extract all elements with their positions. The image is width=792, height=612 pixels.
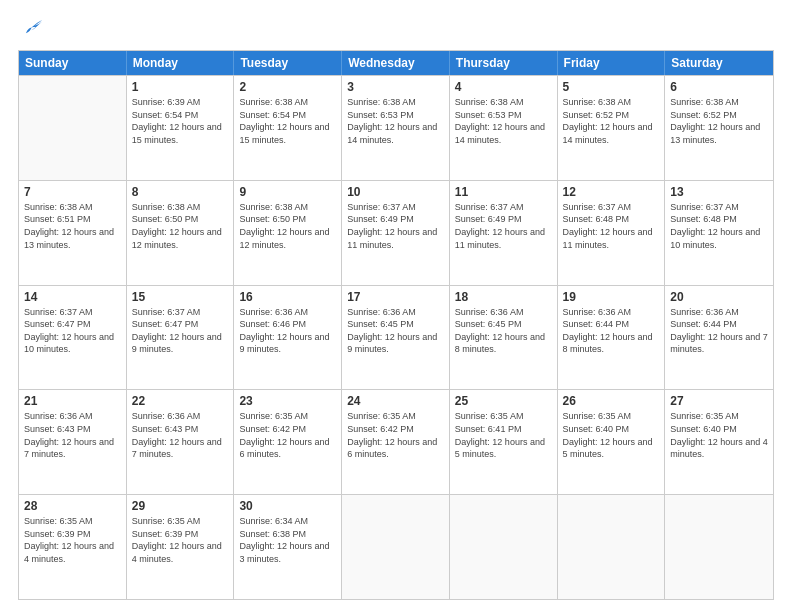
day-info: Sunrise: 6:39 AMSunset: 6:54 PMDaylight:… xyxy=(132,96,229,146)
calendar-header-cell-monday: Monday xyxy=(127,51,235,75)
day-info: Sunrise: 6:35 AMSunset: 6:39 PMDaylight:… xyxy=(24,515,121,565)
day-info: Sunrise: 6:35 AMSunset: 6:41 PMDaylight:… xyxy=(455,410,552,460)
day-number: 25 xyxy=(455,394,552,408)
day-info: Sunrise: 6:36 AMSunset: 6:45 PMDaylight:… xyxy=(455,306,552,356)
calendar-cell: 29Sunrise: 6:35 AMSunset: 6:39 PMDayligh… xyxy=(127,495,235,599)
calendar-cell: 10Sunrise: 6:37 AMSunset: 6:49 PMDayligh… xyxy=(342,181,450,285)
calendar-cell: 26Sunrise: 6:35 AMSunset: 6:40 PMDayligh… xyxy=(558,390,666,494)
calendar-cell: 9Sunrise: 6:38 AMSunset: 6:50 PMDaylight… xyxy=(234,181,342,285)
calendar-cell: 22Sunrise: 6:36 AMSunset: 6:43 PMDayligh… xyxy=(127,390,235,494)
calendar-cell: 2Sunrise: 6:38 AMSunset: 6:54 PMDaylight… xyxy=(234,76,342,180)
day-info: Sunrise: 6:38 AMSunset: 6:53 PMDaylight:… xyxy=(455,96,552,146)
calendar: SundayMondayTuesdayWednesdayThursdayFrid… xyxy=(18,50,774,600)
logo xyxy=(18,20,42,42)
day-number: 20 xyxy=(670,290,768,304)
calendar-week-row-2: 7Sunrise: 6:38 AMSunset: 6:51 PMDaylight… xyxy=(19,180,773,285)
calendar-cell: 19Sunrise: 6:36 AMSunset: 6:44 PMDayligh… xyxy=(558,286,666,390)
day-info: Sunrise: 6:35 AMSunset: 6:42 PMDaylight:… xyxy=(239,410,336,460)
day-number: 18 xyxy=(455,290,552,304)
day-number: 11 xyxy=(455,185,552,199)
day-info: Sunrise: 6:35 AMSunset: 6:40 PMDaylight:… xyxy=(670,410,768,460)
calendar-header-cell-friday: Friday xyxy=(558,51,666,75)
calendar-cell: 30Sunrise: 6:34 AMSunset: 6:38 PMDayligh… xyxy=(234,495,342,599)
day-number: 27 xyxy=(670,394,768,408)
day-number: 30 xyxy=(239,499,336,513)
day-number: 2 xyxy=(239,80,336,94)
calendar-cell: 7Sunrise: 6:38 AMSunset: 6:51 PMDaylight… xyxy=(19,181,127,285)
day-info: Sunrise: 6:37 AMSunset: 6:49 PMDaylight:… xyxy=(455,201,552,251)
day-number: 14 xyxy=(24,290,121,304)
calendar-cell: 28Sunrise: 6:35 AMSunset: 6:39 PMDayligh… xyxy=(19,495,127,599)
day-number: 12 xyxy=(563,185,660,199)
calendar-cell: 17Sunrise: 6:36 AMSunset: 6:45 PMDayligh… xyxy=(342,286,450,390)
day-number: 13 xyxy=(670,185,768,199)
day-number: 24 xyxy=(347,394,444,408)
day-number: 15 xyxy=(132,290,229,304)
day-info: Sunrise: 6:35 AMSunset: 6:42 PMDaylight:… xyxy=(347,410,444,460)
calendar-cell: 21Sunrise: 6:36 AMSunset: 6:43 PMDayligh… xyxy=(19,390,127,494)
header xyxy=(18,16,774,42)
day-number: 9 xyxy=(239,185,336,199)
day-number: 26 xyxy=(563,394,660,408)
day-info: Sunrise: 6:36 AMSunset: 6:44 PMDaylight:… xyxy=(563,306,660,356)
calendar-cell: 5Sunrise: 6:38 AMSunset: 6:52 PMDaylight… xyxy=(558,76,666,180)
calendar-header-cell-wednesday: Wednesday xyxy=(342,51,450,75)
day-info: Sunrise: 6:35 AMSunset: 6:39 PMDaylight:… xyxy=(132,515,229,565)
calendar-header-cell-saturday: Saturday xyxy=(665,51,773,75)
calendar-cell: 1Sunrise: 6:39 AMSunset: 6:54 PMDaylight… xyxy=(127,76,235,180)
day-number: 7 xyxy=(24,185,121,199)
calendar-header-cell-sunday: Sunday xyxy=(19,51,127,75)
day-number: 22 xyxy=(132,394,229,408)
calendar-cell xyxy=(558,495,666,599)
day-number: 8 xyxy=(132,185,229,199)
calendar-cell xyxy=(450,495,558,599)
day-info: Sunrise: 6:38 AMSunset: 6:53 PMDaylight:… xyxy=(347,96,444,146)
day-info: Sunrise: 6:38 AMSunset: 6:50 PMDaylight:… xyxy=(239,201,336,251)
day-number: 3 xyxy=(347,80,444,94)
day-number: 16 xyxy=(239,290,336,304)
day-info: Sunrise: 6:38 AMSunset: 6:52 PMDaylight:… xyxy=(670,96,768,146)
calendar-header-cell-thursday: Thursday xyxy=(450,51,558,75)
day-number: 23 xyxy=(239,394,336,408)
day-number: 21 xyxy=(24,394,121,408)
day-info: Sunrise: 6:37 AMSunset: 6:48 PMDaylight:… xyxy=(670,201,768,251)
calendar-cell: 11Sunrise: 6:37 AMSunset: 6:49 PMDayligh… xyxy=(450,181,558,285)
day-number: 6 xyxy=(670,80,768,94)
calendar-cell: 8Sunrise: 6:38 AMSunset: 6:50 PMDaylight… xyxy=(127,181,235,285)
calendar-cell: 13Sunrise: 6:37 AMSunset: 6:48 PMDayligh… xyxy=(665,181,773,285)
day-number: 10 xyxy=(347,185,444,199)
calendar-cell: 18Sunrise: 6:36 AMSunset: 6:45 PMDayligh… xyxy=(450,286,558,390)
day-info: Sunrise: 6:36 AMSunset: 6:46 PMDaylight:… xyxy=(239,306,336,356)
day-info: Sunrise: 6:37 AMSunset: 6:47 PMDaylight:… xyxy=(132,306,229,356)
day-number: 17 xyxy=(347,290,444,304)
calendar-body: 1Sunrise: 6:39 AMSunset: 6:54 PMDaylight… xyxy=(19,75,773,599)
day-info: Sunrise: 6:37 AMSunset: 6:47 PMDaylight:… xyxy=(24,306,121,356)
day-info: Sunrise: 6:37 AMSunset: 6:49 PMDaylight:… xyxy=(347,201,444,251)
calendar-cell: 20Sunrise: 6:36 AMSunset: 6:44 PMDayligh… xyxy=(665,286,773,390)
calendar-cell xyxy=(19,76,127,180)
day-info: Sunrise: 6:35 AMSunset: 6:40 PMDaylight:… xyxy=(563,410,660,460)
day-number: 28 xyxy=(24,499,121,513)
calendar-cell: 24Sunrise: 6:35 AMSunset: 6:42 PMDayligh… xyxy=(342,390,450,494)
day-number: 5 xyxy=(563,80,660,94)
day-info: Sunrise: 6:34 AMSunset: 6:38 PMDaylight:… xyxy=(239,515,336,565)
calendar-header-cell-tuesday: Tuesday xyxy=(234,51,342,75)
calendar-cell: 15Sunrise: 6:37 AMSunset: 6:47 PMDayligh… xyxy=(127,286,235,390)
day-info: Sunrise: 6:38 AMSunset: 6:54 PMDaylight:… xyxy=(239,96,336,146)
day-number: 19 xyxy=(563,290,660,304)
calendar-cell: 25Sunrise: 6:35 AMSunset: 6:41 PMDayligh… xyxy=(450,390,558,494)
calendar-cell: 4Sunrise: 6:38 AMSunset: 6:53 PMDaylight… xyxy=(450,76,558,180)
calendar-week-row-4: 21Sunrise: 6:36 AMSunset: 6:43 PMDayligh… xyxy=(19,389,773,494)
day-info: Sunrise: 6:36 AMSunset: 6:44 PMDaylight:… xyxy=(670,306,768,356)
calendar-cell: 27Sunrise: 6:35 AMSunset: 6:40 PMDayligh… xyxy=(665,390,773,494)
day-info: Sunrise: 6:38 AMSunset: 6:50 PMDaylight:… xyxy=(132,201,229,251)
calendar-cell: 14Sunrise: 6:37 AMSunset: 6:47 PMDayligh… xyxy=(19,286,127,390)
calendar-cell xyxy=(342,495,450,599)
day-number: 4 xyxy=(455,80,552,94)
calendar-week-row-3: 14Sunrise: 6:37 AMSunset: 6:47 PMDayligh… xyxy=(19,285,773,390)
calendar-week-row-5: 28Sunrise: 6:35 AMSunset: 6:39 PMDayligh… xyxy=(19,494,773,599)
logo-bird-icon xyxy=(20,20,42,42)
day-info: Sunrise: 6:38 AMSunset: 6:52 PMDaylight:… xyxy=(563,96,660,146)
calendar-cell: 12Sunrise: 6:37 AMSunset: 6:48 PMDayligh… xyxy=(558,181,666,285)
calendar-week-row-1: 1Sunrise: 6:39 AMSunset: 6:54 PMDaylight… xyxy=(19,75,773,180)
